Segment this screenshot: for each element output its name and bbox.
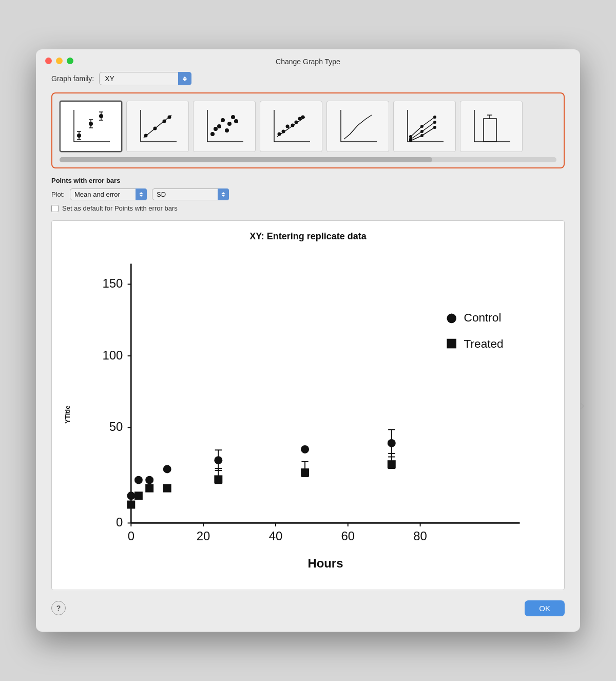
graph-type-points-line[interactable] bbox=[126, 101, 189, 152]
ok-button[interactable]: OK bbox=[525, 600, 565, 616]
svg-point-46 bbox=[420, 125, 424, 128]
graph-types-row bbox=[60, 101, 556, 152]
plot-arrows1 bbox=[136, 188, 147, 200]
svg-point-40 bbox=[301, 116, 305, 119]
next-arrow[interactable]: › bbox=[580, 397, 585, 413]
bottom-bar: ? OK bbox=[36, 595, 580, 616]
minimize-button[interactable] bbox=[56, 58, 63, 64]
graph-type-svg-4 bbox=[268, 106, 314, 147]
chart-container: XY: Entering replicate data YTitle 150 1… bbox=[51, 220, 565, 590]
svg-text:20: 20 bbox=[197, 529, 210, 543]
svg-point-47 bbox=[433, 116, 436, 119]
svg-point-52 bbox=[420, 134, 424, 137]
maximize-button[interactable] bbox=[67, 58, 73, 64]
graph-type-svg-5 bbox=[335, 106, 381, 147]
plot-select1-wrapper: Mean and error Median and range Individu… bbox=[70, 188, 147, 200]
graph-family-row: Graph family: XY Column Bar Grouped bbox=[51, 72, 565, 85]
svg-text:60: 60 bbox=[341, 529, 355, 543]
svg-point-17 bbox=[144, 134, 148, 138]
checkbox-row: Set as default for Points with error bar… bbox=[51, 204, 565, 212]
graph-type-svg-1 bbox=[68, 106, 114, 147]
graph-type-line-scatter[interactable] bbox=[260, 101, 322, 152]
arrow-down-icon bbox=[221, 195, 225, 197]
graph-type-grouped-lines[interactable] bbox=[393, 101, 456, 152]
svg-point-109 bbox=[447, 314, 456, 324]
svg-point-18 bbox=[153, 127, 157, 130]
svg-point-37 bbox=[291, 124, 295, 127]
svg-rect-94 bbox=[134, 491, 143, 500]
svg-point-39 bbox=[298, 117, 302, 121]
svg-text:Treated: Treated bbox=[464, 337, 504, 350]
section-title: Points with error bars bbox=[51, 177, 565, 184]
graph-type-scatter[interactable] bbox=[193, 101, 256, 152]
svg-point-19 bbox=[163, 120, 166, 123]
default-checkbox[interactable] bbox=[51, 205, 59, 212]
svg-point-38 bbox=[295, 121, 298, 124]
plot-row: Plot: Mean and error Median and range In… bbox=[51, 188, 565, 200]
graph-type-bar[interactable] bbox=[460, 101, 523, 152]
plot-arrows2 bbox=[218, 188, 229, 200]
main-content: Graph family: XY Column Bar Grouped bbox=[36, 72, 580, 590]
plot-select2-wrapper: SD SEM 95% CI bbox=[152, 188, 229, 200]
graph-type-line-only[interactable] bbox=[326, 101, 389, 152]
svg-text:0: 0 bbox=[128, 529, 134, 543]
graph-family-arrows bbox=[178, 72, 191, 85]
graph-family-select[interactable]: XY Column Bar Grouped bbox=[99, 72, 191, 85]
titlebar: Change Graph Type bbox=[36, 49, 580, 72]
svg-rect-93 bbox=[127, 501, 135, 509]
arrow-down-icon bbox=[183, 79, 187, 81]
svg-text:Control: Control bbox=[464, 312, 502, 325]
y-axis-label: YTitle bbox=[62, 250, 72, 579]
svg-point-34 bbox=[278, 133, 281, 136]
checkbox-label: Set as default for Points with error bar… bbox=[62, 204, 178, 212]
svg-text:Hours: Hours bbox=[307, 556, 343, 570]
svg-point-49 bbox=[420, 130, 424, 133]
svg-point-29 bbox=[231, 115, 235, 119]
svg-text:40: 40 bbox=[269, 529, 283, 543]
help-button[interactable]: ? bbox=[51, 601, 66, 615]
graph-type-svg-3 bbox=[201, 106, 247, 147]
graph-type-points-error[interactable] bbox=[60, 101, 122, 152]
svg-point-30 bbox=[234, 119, 238, 123]
svg-point-25 bbox=[217, 124, 221, 128]
chart-svg: 150 100 50 0 0 20 40 bbox=[76, 250, 554, 578]
window-title: Change Graph Type bbox=[276, 58, 340, 66]
svg-rect-95 bbox=[145, 484, 153, 493]
close-button[interactable] bbox=[45, 58, 52, 64]
svg-text:50: 50 bbox=[109, 420, 123, 433]
svg-text:80: 80 bbox=[413, 529, 427, 543]
svg-point-35 bbox=[282, 130, 285, 134]
svg-point-51 bbox=[409, 139, 412, 142]
graph-family-label: Graph family: bbox=[51, 74, 94, 83]
svg-line-16 bbox=[144, 115, 171, 138]
scrollbar-track[interactable] bbox=[60, 157, 556, 162]
svg-point-81 bbox=[134, 476, 143, 484]
svg-rect-111 bbox=[447, 339, 456, 349]
svg-text:0: 0 bbox=[116, 515, 123, 529]
svg-rect-96 bbox=[163, 484, 171, 493]
graph-family-select-wrapper: XY Column Bar Grouped bbox=[99, 72, 191, 85]
graph-type-svg-2 bbox=[134, 106, 181, 147]
svg-point-23 bbox=[210, 132, 215, 136]
arrow-up-icon bbox=[221, 192, 225, 194]
arrow-up-icon bbox=[183, 77, 187, 79]
svg-text:150: 150 bbox=[102, 276, 123, 290]
chart-area: YTitle 150 100 50 0 bbox=[62, 250, 554, 579]
svg-point-24 bbox=[214, 127, 218, 131]
svg-point-26 bbox=[221, 118, 225, 122]
traffic-lights bbox=[45, 58, 73, 64]
svg-point-80 bbox=[127, 491, 135, 500]
svg-point-50 bbox=[433, 121, 436, 124]
svg-point-53 bbox=[433, 126, 436, 129]
svg-point-83 bbox=[163, 465, 171, 474]
svg-point-27 bbox=[225, 128, 229, 133]
svg-rect-56 bbox=[484, 119, 496, 142]
svg-point-88 bbox=[301, 445, 309, 453]
plot-label: Plot: bbox=[51, 191, 65, 198]
svg-point-36 bbox=[286, 125, 290, 128]
chart-inner: 150 100 50 0 0 20 40 bbox=[76, 250, 554, 579]
svg-text:100: 100 bbox=[102, 348, 123, 362]
scrollbar-thumb bbox=[60, 157, 432, 162]
graph-type-container bbox=[51, 92, 565, 168]
svg-point-28 bbox=[227, 122, 232, 126]
